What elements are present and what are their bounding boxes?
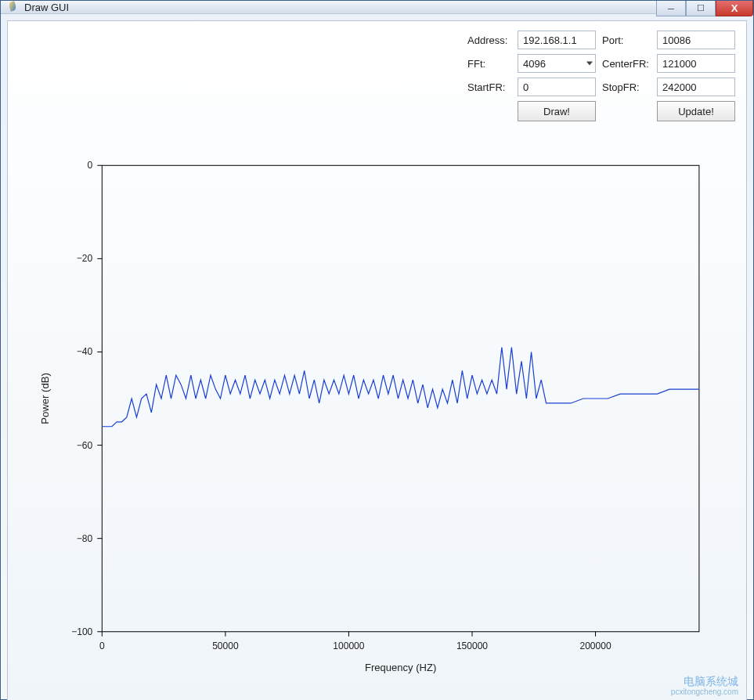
svg-text:100000: 100000 [333,640,364,651]
svg-text:−80: −80 [77,533,93,544]
update-button[interactable]: Update! [657,101,735,121]
stopfr-input[interactable] [657,78,735,96]
stopfr-label: StopFR: [602,81,657,93]
port-label: Port: [602,34,657,46]
app-window: Draw GUI ─ ☐ X Address: Port: FFt: Cente… [0,0,754,700]
watermark-line2: pcxitongcheng.com [671,687,738,696]
svg-text:0: 0 [88,160,93,171]
plot-svg: −100−80−60−40−20005000010000015000020000… [31,142,723,679]
svg-text:−60: −60 [77,440,93,451]
client-area: Address: Port: FFt: CenterFR: StartFR: S… [7,20,747,700]
centerfr-input[interactable] [657,54,735,73]
controls-row-1: Address: Port: [467,31,735,49]
port-input[interactable] [657,31,735,49]
svg-text:50000: 50000 [212,640,239,651]
controls-row-3: StartFR: StopFR: [467,78,735,96]
address-label: Address: [467,34,518,46]
svg-text:200000: 200000 [579,640,611,651]
plot-area: −100−80−60−40−20005000010000015000020000… [31,142,723,679]
startfr-input[interactable] [518,78,596,96]
titlebar[interactable]: Draw GUI ─ ☐ X [1,1,753,14]
draw-button[interactable]: Draw! [518,101,596,121]
svg-text:Power (dB): Power (dB) [39,373,51,424]
fft-label: FFt: [467,58,518,70]
close-button[interactable]: X [716,1,753,16]
svg-text:Frequency (HZ): Frequency (HZ) [365,662,436,673]
svg-text:−100: −100 [71,626,92,637]
svg-text:−20: −20 [77,253,93,264]
watermark-line1: 电脑系统城 [671,676,738,687]
svg-rect-0 [102,165,699,631]
minimize-button[interactable]: ─ [656,1,686,16]
centerfr-label: CenterFR: [602,58,657,70]
app-icon [7,1,20,13]
controls-row-buttons: Draw! Update! [467,101,735,121]
maximize-button[interactable]: ☐ [686,1,716,16]
watermark: 电脑系统城 pcxitongcheng.com [671,676,738,696]
address-input[interactable] [518,31,596,49]
svg-text:0: 0 [99,640,105,651]
svg-text:−40: −40 [77,346,93,357]
controls-panel: Address: Port: FFt: CenterFR: StartFR: S… [8,21,746,126]
window-buttons: ─ ☐ X [656,1,753,16]
startfr-label: StartFR: [467,81,518,93]
fft-combobox[interactable] [518,54,596,73]
window-title: Draw GUI [24,2,69,13]
svg-text:150000: 150000 [456,640,488,651]
controls-row-2: FFt: CenterFR: [467,54,735,73]
